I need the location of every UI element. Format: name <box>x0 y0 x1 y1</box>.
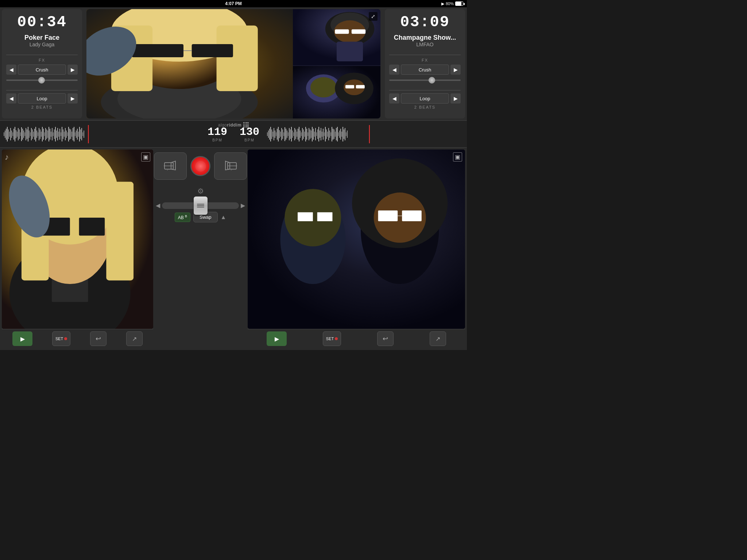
svg-rect-121 <box>286 129 286 140</box>
svg-rect-105 <box>268 131 269 138</box>
svg-rect-151 <box>318 127 319 141</box>
deck-right-rewind-button[interactable]: ↩ <box>377 331 394 346</box>
battery-percent: 80% <box>446 1 454 6</box>
svg-point-199 <box>285 189 341 246</box>
video-main <box>86 9 380 118</box>
waveform-right <box>267 125 463 143</box>
crossfader-section: ◀ ▶ <box>154 202 247 209</box>
svg-rect-168 <box>337 127 338 141</box>
svg-rect-66 <box>44 132 45 136</box>
svg-rect-73 <box>52 128 53 140</box>
deck-right-action-button[interactable]: ↗ <box>430 331 446 346</box>
svg-rect-187 <box>79 218 105 236</box>
svg-rect-85 <box>65 128 66 140</box>
deck-right-set-button[interactable]: SET <box>323 331 341 346</box>
ab-label: AB <box>178 215 184 220</box>
svg-rect-104 <box>267 132 268 136</box>
svg-rect-65 <box>43 129 44 140</box>
svg-rect-153 <box>321 128 321 140</box>
svg-rect-81 <box>61 132 61 136</box>
svg-rect-88 <box>68 127 69 141</box>
crossfader-track[interactable] <box>162 202 239 209</box>
fx-name-left[interactable]: Crush <box>18 65 66 75</box>
media-right-button[interactable]: ♪ <box>214 152 247 180</box>
algo-text1: algo <box>218 122 227 128</box>
video-expand-btn[interactable]: ⤢ <box>369 12 378 21</box>
loop-next-left[interactable]: ▶ <box>67 93 78 104</box>
svg-rect-75 <box>54 129 55 139</box>
svg-rect-29 <box>4 132 4 136</box>
svg-rect-72 <box>51 132 51 137</box>
deck-right-set-dot <box>335 337 338 340</box>
fx-next-left[interactable]: ▶ <box>67 65 78 75</box>
svg-rect-116 <box>280 132 281 137</box>
svg-rect-35 <box>10 128 11 140</box>
svg-rect-112 <box>276 132 276 136</box>
svg-rect-61 <box>39 128 39 140</box>
bpm-right: 130 BPM <box>235 126 264 142</box>
deck-left-rewind-button[interactable]: ↩ <box>90 331 107 346</box>
beats-label-left: 2 BEATS <box>31 105 53 109</box>
deck-right-play-icon: ▶ <box>275 335 279 342</box>
svg-rect-126 <box>291 127 292 141</box>
svg-rect-133 <box>299 127 299 141</box>
lmfao-bottom-svg <box>293 66 380 118</box>
deck-left-set-button[interactable]: SET <box>52 331 70 346</box>
svg-rect-74 <box>53 132 54 136</box>
svg-rect-167 <box>336 128 337 140</box>
ab-badge[interactable]: AB B <box>175 213 190 222</box>
svg-rect-113 <box>277 129 278 140</box>
deck-left-action-button[interactable]: ↗ <box>126 331 143 346</box>
svg-rect-150 <box>317 129 318 139</box>
svg-rect-146 <box>313 129 314 140</box>
loop-prev-left[interactable]: ◀ <box>6 93 16 104</box>
fx-slider-container-left[interactable] <box>6 77 78 83</box>
fx-slider-left[interactable] <box>6 79 78 81</box>
svg-rect-171 <box>340 129 341 140</box>
lmfao-top-svg <box>293 9 380 65</box>
fx-slider-thumb-left[interactable] <box>38 77 45 83</box>
svg-rect-143 <box>310 129 310 139</box>
loop-prev-right[interactable]: ◀ <box>389 93 399 104</box>
algo-logo-container: algoriddim <box>218 122 249 128</box>
svg-rect-54 <box>31 128 32 140</box>
crossfader-right-arrow[interactable]: ▶ <box>241 202 245 209</box>
svg-rect-9 <box>192 44 233 57</box>
deck-left-set-label: SET <box>55 337 63 341</box>
crossfader-left-arrow[interactable]: ◀ <box>156 202 160 209</box>
fx-slider-thumb-right[interactable] <box>429 77 435 83</box>
svg-rect-129 <box>294 128 295 140</box>
svg-rect-64 <box>42 127 43 141</box>
svg-rect-39 <box>15 127 15 141</box>
swap-chevron-up-icon[interactable]: ▲ <box>221 214 227 221</box>
svg-rect-131 <box>297 132 297 137</box>
svg-rect-77 <box>56 131 57 138</box>
bottom-section: ♪ ▣ <box>0 148 467 350</box>
record-button[interactable] <box>190 156 210 176</box>
beats-label-right: 2 BEATS <box>414 105 436 109</box>
svg-rect-49 <box>26 128 26 140</box>
loop-next-right[interactable]: ▶ <box>450 93 461 104</box>
svg-rect-106 <box>269 129 270 140</box>
svg-rect-42 <box>18 128 19 140</box>
svg-rect-43 <box>19 129 20 139</box>
fx-slider-right[interactable] <box>389 79 461 81</box>
fx-name-right[interactable]: Crush <box>401 65 449 75</box>
loop-name-right[interactable]: Loop <box>401 93 449 104</box>
crossfader-line-3 <box>197 207 204 207</box>
deck-left-play-button[interactable]: ▶ <box>12 331 32 346</box>
fx-slider-container-right[interactable] <box>389 77 461 83</box>
svg-rect-45 <box>21 127 22 141</box>
fx-next-right[interactable]: ▶ <box>450 65 461 75</box>
bpm-left-value: 119 <box>203 126 232 138</box>
svg-rect-172 <box>341 132 342 137</box>
fx-prev-right[interactable]: ◀ <box>389 65 399 75</box>
deck-left-panel: 00:34 Poker Face Lady Gaga FX ◀ Crush ▶ … <box>2 9 82 118</box>
deck-right-play-button[interactable]: ▶ <box>267 331 287 346</box>
svg-rect-67 <box>45 128 46 140</box>
crossfader-thumb[interactable] <box>194 197 208 215</box>
loop-name-left[interactable]: Loop <box>18 93 66 104</box>
media-left-button[interactable]: ♪ <box>154 152 187 180</box>
fx-prev-left[interactable]: ◀ <box>6 65 16 75</box>
svg-rect-203 <box>378 210 398 221</box>
